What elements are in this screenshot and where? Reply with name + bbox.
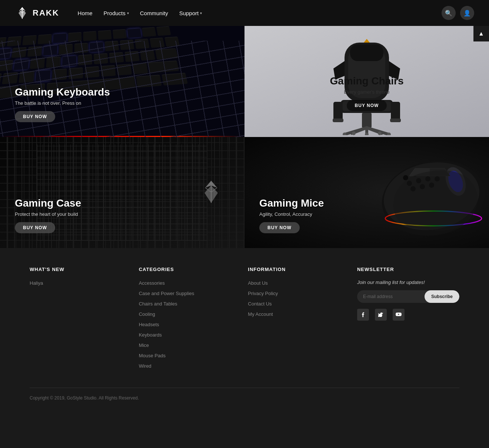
- list-item[interactable]: Headsets: [139, 321, 233, 328]
- newsletter-form: Subscribe: [357, 290, 459, 303]
- list-item[interactable]: Cooling: [139, 311, 233, 317]
- navbar: RAKK Home Products ▾ Community: [0, 0, 489, 26]
- cat-case-power[interactable]: Case and Power Supplies: [139, 291, 194, 296]
- info-about[interactable]: About Us: [248, 280, 267, 286]
- mice-title: Gaming Mice: [259, 197, 324, 209]
- info-account[interactable]: My Account: [248, 311, 273, 317]
- footer-newsletter: NEWSLETTER Join our mailing list for upd…: [357, 267, 459, 373]
- mice-hero-content: Gaming Mice Agility, Control, Accuracy B…: [259, 197, 324, 233]
- case-rakk-logo: [196, 179, 226, 206]
- search-icon: 🔍: [445, 10, 452, 17]
- nav-community-label: Community: [140, 10, 168, 16]
- keyboards-hero-content: Gaming Keyboards The battle is not over.…: [15, 86, 110, 122]
- case-hero-cell: Gaming Case Protect the heart of your bu…: [0, 137, 245, 248]
- svg-point-17: [352, 131, 356, 135]
- cat-headsets[interactable]: Headsets: [139, 322, 159, 327]
- user-icon: 👤: [463, 10, 471, 17]
- nav-links: Home Products ▾ Community Support ▾: [78, 10, 202, 16]
- footer-categories: CATEGORIES Accessories Case and Power Su…: [139, 267, 233, 373]
- footer-whats-new: WHAT'S NEW Haliya: [30, 267, 124, 373]
- cat-accessories[interactable]: Accessories: [139, 280, 165, 286]
- cat-cooling[interactable]: Cooling: [139, 311, 155, 317]
- mice-subtitle: Agility, Control, Accuracy: [259, 211, 324, 217]
- nav-home-label: Home: [78, 10, 93, 16]
- nav-support[interactable]: Support ▾: [179, 10, 202, 16]
- newsletter-email-input[interactable]: [357, 290, 425, 303]
- nav-community-link[interactable]: Community: [140, 10, 168, 16]
- cat-wired[interactable]: Wired: [139, 363, 152, 369]
- nav-community[interactable]: Community: [140, 10, 168, 16]
- list-item[interactable]: About Us: [248, 280, 342, 286]
- search-button[interactable]: 🔍: [442, 6, 456, 20]
- nav-home-link[interactable]: Home: [78, 10, 93, 16]
- mice-hero-cell: Gaming Mice Agility, Control, Accuracy B…: [245, 137, 489, 248]
- nav-products-label: Products: [104, 10, 126, 16]
- cat-mouse-pads[interactable]: Mouse Pads: [139, 353, 166, 358]
- list-item[interactable]: My Account: [248, 311, 342, 317]
- list-item[interactable]: Mouse Pads: [139, 352, 233, 359]
- footer-grid: WHAT'S NEW Haliya CATEGORIES Accessories…: [30, 267, 459, 373]
- keyboards-buy-button[interactable]: BUY NOW: [15, 111, 55, 122]
- social-links: [357, 309, 459, 321]
- cat-mice[interactable]: Mice: [139, 342, 149, 348]
- whats-new-item-0: Haliya: [30, 280, 43, 286]
- information-list: About Us Privacy Policy Contact Us My Ac…: [248, 280, 342, 317]
- twitter-icon[interactable]: [375, 309, 387, 321]
- list-item[interactable]: Wired: [139, 362, 233, 369]
- case-buy-button[interactable]: BUY NOW: [15, 222, 55, 233]
- cat-keyboards[interactable]: Keyboards: [139, 332, 162, 338]
- nav-products[interactable]: Products ▾: [104, 10, 129, 16]
- keyboards-subtitle: The battle is not over. Press on: [15, 100, 110, 106]
- list-item[interactable]: Mice: [139, 342, 233, 348]
- navbar-right: 🔍 👤: [442, 6, 474, 20]
- chairs-buy-button[interactable]: BUY NOW: [347, 100, 387, 111]
- svg-point-18: [378, 131, 382, 135]
- categories-list: Accessories Case and Power Supplies Chai…: [139, 280, 233, 369]
- information-heading: INFORMATION: [248, 267, 342, 272]
- categories-heading: CATEGORIES: [139, 267, 233, 272]
- svg-rect-2: [350, 44, 383, 61]
- case-title: Gaming Case: [15, 197, 81, 209]
- keyboards-title: Gaming Keyboards: [15, 86, 110, 98]
- subscribe-button[interactable]: Subscribe: [425, 290, 459, 303]
- nav-support-label: Support: [179, 10, 199, 16]
- account-button[interactable]: 👤: [460, 6, 474, 20]
- chairs-hero-cell: Gaming Chairs Every gamer's throne BUY N…: [245, 26, 489, 137]
- chairs-subtitle: Every gamer's throne: [259, 89, 474, 95]
- cat-chairs-tables[interactable]: Chairs and Tables: [139, 301, 177, 307]
- footer-bottom: Copyright © 2019, GoStyle Studio. All Ri…: [30, 388, 459, 401]
- case-hero-content: Gaming Case Protect the heart of your bu…: [15, 197, 81, 233]
- back-to-top-button[interactable]: ▲: [473, 26, 489, 41]
- mouse-illustration: [341, 137, 489, 248]
- chairs-title: Gaming Chairs: [259, 75, 474, 87]
- chevron-up-icon: ▲: [478, 30, 484, 37]
- chevron-down-icon: ▾: [200, 11, 202, 15]
- whats-new-haliya-link[interactable]: Haliya: [30, 280, 43, 286]
- nav-home[interactable]: Home: [78, 10, 93, 16]
- chairs-hero-content: Gaming Chairs Every gamer's throne BUY N…: [259, 75, 474, 122]
- whats-new-heading: WHAT'S NEW: [30, 267, 124, 272]
- info-privacy[interactable]: Privacy Policy: [248, 291, 278, 296]
- whats-new-list: Haliya: [30, 280, 124, 286]
- nav-products-link[interactable]: Products ▾: [104, 10, 129, 16]
- list-item[interactable]: Case and Power Supplies: [139, 290, 233, 297]
- brand-name: RAKK: [33, 8, 59, 18]
- keyboards-hero-cell: Gaming Keyboards The battle is not over.…: [0, 26, 245, 137]
- list-item[interactable]: Haliya: [30, 280, 124, 286]
- list-item[interactable]: Chairs and Tables: [139, 300, 233, 307]
- mice-buy-button[interactable]: BUY NOW: [259, 222, 300, 233]
- list-item[interactable]: Privacy Policy: [248, 290, 342, 297]
- list-item[interactable]: Keyboards: [139, 331, 233, 338]
- youtube-icon[interactable]: [393, 309, 405, 321]
- footer: WHAT'S NEW Haliya CATEGORIES Accessories…: [0, 248, 489, 412]
- chevron-down-icon: ▾: [127, 11, 129, 15]
- list-item[interactable]: Contact Us: [248, 300, 342, 307]
- facebook-icon[interactable]: [357, 309, 369, 321]
- nav-support-link[interactable]: Support ▾: [179, 10, 202, 16]
- navbar-left: RAKK Home Products ▾ Community: [15, 6, 202, 20]
- logo[interactable]: RAKK: [15, 6, 59, 20]
- footer-information: INFORMATION About Us Privacy Policy Cont…: [248, 267, 342, 373]
- newsletter-text: Join our mailing list for updates!: [357, 280, 459, 285]
- list-item[interactable]: Accessories: [139, 280, 233, 286]
- info-contact[interactable]: Contact Us: [248, 301, 272, 307]
